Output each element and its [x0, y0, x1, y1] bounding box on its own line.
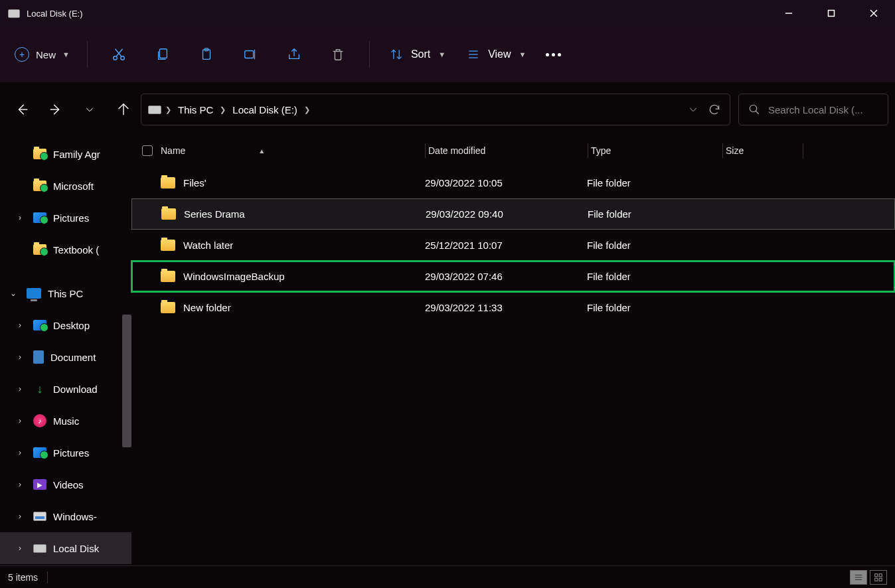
svg-rect-26 — [875, 578, 878, 581]
disk-icon — [8, 9, 20, 18]
documents-icon — [33, 350, 44, 364]
chevron-right-icon: ❯ — [220, 106, 226, 114]
svg-rect-24 — [875, 573, 878, 576]
navigation-row: ❯ This PC ❯ Local Disk (E:) ❯ Search Loc… — [0, 82, 895, 137]
svg-rect-11 — [245, 51, 254, 58]
sidebar-item[interactable]: › Family Agr — [0, 138, 131, 170]
share-button[interactable] — [278, 38, 311, 70]
sidebar-label: Pictures — [53, 212, 89, 224]
window-title: Local Disk (E:) — [27, 9, 83, 19]
titlebar: Local Disk (E:) — [0, 0, 895, 27]
sort-button[interactable]: Sort ▼ — [379, 48, 456, 61]
up-button[interactable] — [115, 96, 132, 123]
svg-rect-1 — [829, 11, 835, 17]
sidebar-label: Videos — [53, 479, 84, 490]
sidebar-label: Local Disk — [53, 543, 99, 554]
sidebar-label: Music — [53, 415, 79, 427]
sidebar-item[interactable]: ›▶ Videos — [0, 469, 131, 500]
sidebar-item[interactable]: › Desktop — [0, 309, 131, 341]
file-date: 29/03/2022 09:40 — [426, 208, 588, 220]
file-row[interactable]: Files' 29/03/2022 10:05 File folder — [131, 167, 895, 198]
search-input[interactable]: Search Local Disk (... — [738, 94, 888, 125]
file-row[interactable]: WindowsImageBackup 29/03/2022 07:46 File… — [131, 261, 895, 292]
icons-view-button[interactable] — [870, 570, 887, 585]
cut-button[interactable] — [102, 38, 135, 70]
file-name: Series Drama — [184, 208, 245, 220]
file-row[interactable]: Watch later 25/12/2021 10:07 File folder — [131, 230, 895, 261]
videos-icon: ▶ — [33, 479, 46, 490]
svg-point-5 — [121, 56, 125, 60]
sort-ascending-icon: ▲ — [258, 147, 265, 155]
new-button[interactable]: + New ▼ — [7, 42, 78, 67]
sidebar-item[interactable]: › Microsoft — [0, 170, 131, 202]
address-history-button[interactable] — [685, 96, 702, 123]
sidebar-item[interactable]: › Pictures — [0, 437, 131, 469]
pc-icon — [27, 288, 41, 299]
file-name: WindowsImageBackup — [183, 271, 285, 282]
sidebar-scrollbar[interactable] — [122, 315, 131, 447]
sidebar-item-localdisk[interactable]: › Local Disk — [0, 532, 131, 564]
breadcrumb-segment[interactable]: This PC — [175, 104, 216, 115]
refresh-button[interactable] — [706, 96, 723, 123]
sidebar-item[interactable]: ›♪ Music — [0, 405, 131, 437]
sidebar-label: Family Agr — [53, 149, 100, 160]
sidebar-label: Textbook ( — [53, 244, 99, 256]
view-button[interactable]: View ▼ — [456, 48, 536, 61]
sidebar-item[interactable]: › Pictures — [0, 202, 131, 234]
column-size[interactable]: Size — [723, 145, 803, 156]
column-name[interactable]: Name ▲ — [161, 145, 425, 156]
paste-button[interactable] — [190, 38, 223, 70]
search-placeholder: Search Local Disk (... — [768, 104, 863, 115]
sidebar-item[interactable]: › Document — [0, 341, 131, 373]
back-button[interactable] — [13, 96, 31, 123]
svg-line-7 — [115, 49, 121, 56]
file-date: 29/03/2022 07:46 — [425, 271, 587, 282]
statusbar: 5 items — [0, 565, 895, 588]
svg-line-6 — [116, 49, 122, 56]
close-button[interactable] — [853, 0, 895, 27]
sidebar-label: Pictures — [53, 447, 89, 459]
chevron-down-icon: ▼ — [519, 50, 527, 58]
file-date: 25/12/2021 10:07 — [425, 240, 587, 251]
folder-icon — [161, 177, 175, 188]
file-type: File folder — [587, 271, 721, 282]
rename-button[interactable] — [234, 38, 267, 70]
sidebar-label: Download — [53, 384, 98, 395]
forward-button[interactable] — [47, 96, 64, 123]
file-type: File folder — [588, 208, 722, 220]
plus-icon: + — [15, 47, 29, 62]
music-icon: ♪ — [33, 414, 46, 427]
copy-button[interactable] — [146, 38, 179, 70]
minimize-button[interactable] — [768, 0, 810, 27]
select-all-checkbox[interactable] — [142, 145, 153, 156]
folder-icon — [161, 271, 175, 282]
details-view-button[interactable] — [850, 570, 867, 585]
recent-dropdown[interactable] — [81, 96, 98, 123]
breadcrumb-segment[interactable]: Local Disk (E:) — [230, 104, 300, 115]
file-pane: Name ▲ Date modified Type Size Files' 29… — [131, 137, 895, 565]
sort-label: Sort — [411, 48, 430, 60]
new-label: New — [36, 49, 56, 60]
sidebar-item[interactable]: › Windows- — [0, 500, 131, 532]
sidebar-item-thispc[interactable]: ⌄ This PC — [0, 277, 131, 309]
folder-icon — [33, 149, 46, 159]
status-count: 5 items — [8, 572, 38, 583]
svg-point-19 — [750, 105, 757, 112]
more-button[interactable] — [536, 53, 570, 56]
drive-icon — [148, 106, 161, 114]
file-row[interactable]: Series Drama 29/03/2022 09:40 File folde… — [131, 198, 895, 230]
pictures-icon — [33, 212, 46, 223]
chevron-right-icon: ❯ — [165, 106, 171, 114]
folder-icon — [161, 208, 176, 220]
column-type[interactable]: Type — [588, 145, 722, 156]
chevron-down-icon[interactable]: ⌄ — [7, 289, 20, 298]
delete-button[interactable] — [321, 38, 355, 70]
file-date: 29/03/2022 11:33 — [425, 302, 587, 313]
address-bar[interactable]: ❯ This PC ❯ Local Disk (E:) ❯ — [141, 94, 730, 125]
sidebar-item[interactable]: › Textbook ( — [0, 234, 131, 265]
folder-icon — [161, 240, 175, 251]
column-date[interactable]: Date modified — [426, 145, 588, 156]
maximize-button[interactable] — [810, 0, 853, 27]
file-row[interactable]: New folder 29/03/2022 11:33 File folder — [131, 292, 895, 323]
sidebar-item[interactable]: ›↓ Download — [0, 373, 131, 405]
